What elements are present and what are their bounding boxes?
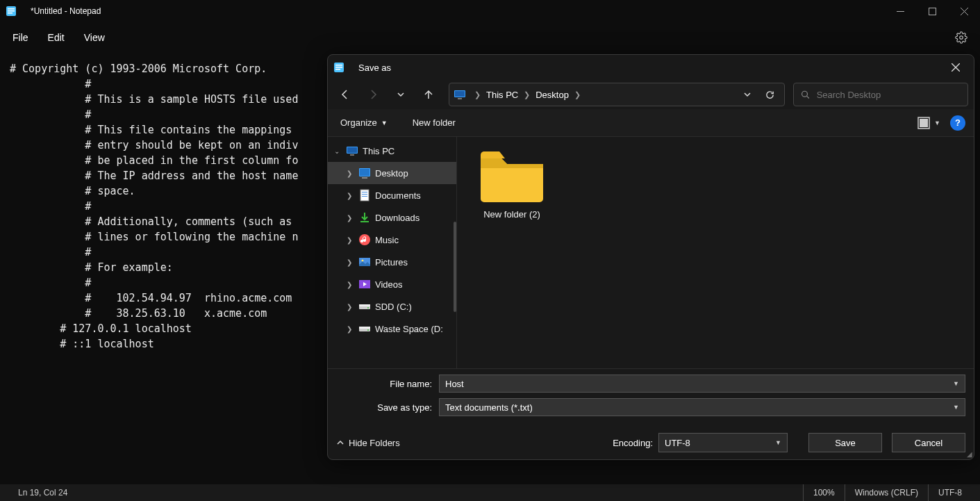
- minimize-button[interactable]: [884, 0, 916, 22]
- filename-input[interactable]: [445, 379, 953, 389]
- expand-icon[interactable]: ❯: [344, 192, 354, 199]
- titlebar: *Untitled - Notepad: [0, 0, 980, 22]
- chevron-down-icon[interactable]: ▼: [775, 439, 781, 446]
- breadcrumb-root[interactable]: This PC: [483, 90, 521, 100]
- help-button[interactable]: ?: [950, 115, 965, 131]
- resize-grip[interactable]: ◢: [967, 450, 972, 458]
- download-icon: [358, 211, 371, 224]
- tree-item-downloads[interactable]: ❯Downloads: [328, 206, 456, 229]
- maximize-button[interactable]: [916, 0, 948, 22]
- organize-menu[interactable]: Organize▼: [336, 113, 392, 132]
- doc-icon: [358, 189, 371, 202]
- status-position: Ln 19, Col 24: [8, 488, 77, 498]
- tree-item-music[interactable]: ❯Music: [328, 229, 456, 251]
- tree-item-desktop[interactable]: ❯Desktop: [328, 162, 456, 184]
- close-button[interactable]: [948, 0, 980, 22]
- svg-rect-32: [360, 221, 369, 222]
- save-as-dialog: Save as ❯ This PC ❯ Desktop ❯ Organize▼: [327, 54, 974, 460]
- chevron-down-icon[interactable]: ▼: [953, 404, 959, 411]
- chevron-right-icon[interactable]: ❯: [521, 90, 533, 99]
- expand-icon[interactable]: ❯: [344, 214, 354, 222]
- tree-scrollbar[interactable]: [454, 222, 456, 312]
- status-zoom[interactable]: 100%: [803, 484, 845, 501]
- expand-icon[interactable]: ❯: [344, 170, 354, 177]
- svg-rect-28: [360, 190, 369, 201]
- svg-point-39: [367, 307, 369, 309]
- chevron-down-icon[interactable]: ▼: [953, 380, 959, 387]
- encoding-label: Encoding:: [613, 438, 653, 448]
- desktop-icon: [358, 167, 371, 179]
- search-box[interactable]: [793, 83, 968, 106]
- address-bar[interactable]: ❯ This PC ❯ Desktop ❯: [449, 83, 785, 106]
- notepad-icon: [6, 6, 17, 17]
- dialog-title: Save as: [358, 63, 391, 73]
- breadcrumb-current[interactable]: Desktop: [533, 90, 572, 100]
- svg-rect-29: [362, 192, 367, 192]
- tree-item-pictures[interactable]: ❯Pictures: [328, 251, 456, 273]
- tree-item-sdd-c-[interactable]: ❯SDD (C:): [328, 295, 456, 318]
- svg-line-19: [807, 96, 809, 98]
- expand-icon[interactable]: ⌄: [332, 147, 342, 155]
- filetype-select[interactable]: Text documents (*.txt) ▼: [439, 398, 965, 416]
- drive-icon: [358, 322, 371, 335]
- svg-rect-30: [362, 194, 367, 195]
- svg-rect-41: [359, 327, 370, 329]
- tree-item-waste-space-d-[interactable]: ❯Waste Space (D:: [328, 318, 456, 340]
- tree-item-label: SDD (C:): [375, 302, 412, 312]
- expand-icon[interactable]: ❯: [344, 258, 354, 266]
- expand-icon[interactable]: ❯: [344, 303, 354, 311]
- menu-file[interactable]: File: [3, 28, 38, 47]
- menu-view[interactable]: View: [74, 28, 115, 47]
- svg-rect-5: [929, 8, 936, 15]
- save-button[interactable]: Save: [808, 433, 882, 452]
- filetype-label: Save as type:: [336, 402, 439, 413]
- window-title: *Untitled - Notepad: [31, 6, 884, 16]
- dialog-footer: Hide Folders Encoding: UTF-8 ▼ Save Canc…: [328, 425, 974, 459]
- videos-icon: [358, 278, 371, 290]
- tree-item-label: Videos: [375, 279, 403, 290]
- status-eol: Windows (CRLF): [845, 484, 928, 501]
- settings-button[interactable]: [955, 31, 967, 44]
- cancel-button[interactable]: Cancel: [892, 433, 965, 452]
- new-folder-button[interactable]: New folder: [408, 113, 460, 132]
- folder-item[interactable]: New folder (2): [474, 148, 550, 220]
- svg-point-18: [802, 91, 808, 97]
- tree-item-this-pc[interactable]: ⌄This PC: [328, 140, 456, 162]
- svg-rect-3: [8, 13, 13, 14]
- pc-icon: [346, 145, 358, 157]
- filename-label: File name:: [336, 379, 439, 389]
- menu-edit[interactable]: Edit: [38, 28, 74, 47]
- dialog-titlebar: Save as: [328, 55, 974, 80]
- refresh-button[interactable]: [759, 84, 780, 105]
- expand-icon[interactable]: ❯: [344, 281, 354, 288]
- search-input[interactable]: [817, 90, 961, 100]
- view-options-button[interactable]: ▼: [917, 117, 940, 129]
- forward-button[interactable]: [361, 83, 385, 106]
- svg-rect-21: [920, 119, 928, 127]
- hide-folders-button[interactable]: Hide Folders: [336, 438, 400, 448]
- chevron-right-icon[interactable]: ❯: [572, 90, 583, 99]
- tree-item-videos[interactable]: ❯Videos: [328, 273, 456, 295]
- menubar: File Edit View: [0, 22, 980, 53]
- pc-icon: [454, 88, 466, 101]
- tree-item-label: Pictures: [375, 257, 408, 268]
- svg-point-8: [960, 36, 963, 40]
- encoding-select[interactable]: UTF-8 ▼: [658, 433, 788, 452]
- chevron-up-icon: [336, 438, 344, 447]
- tree-item-label: Downloads: [375, 213, 420, 223]
- tree-item-label: Documents: [375, 190, 421, 201]
- up-button[interactable]: [417, 83, 440, 106]
- dialog-toolbar: Organize▼ New folder ▼ ?: [328, 109, 974, 137]
- file-list[interactable]: New folder (2): [457, 137, 974, 368]
- expand-icon[interactable]: ❯: [344, 236, 354, 244]
- back-button[interactable]: [333, 83, 357, 106]
- previous-locations-button[interactable]: [737, 84, 758, 105]
- tree-item-label: Waste Space (D:: [375, 324, 443, 334]
- dialog-close-button[interactable]: [943, 55, 968, 80]
- expand-icon[interactable]: ❯: [344, 325, 354, 333]
- tree-item-documents[interactable]: ❯Documents: [328, 184, 456, 206]
- chevron-right-icon[interactable]: ❯: [472, 90, 483, 99]
- filename-field[interactable]: ▼: [439, 375, 965, 393]
- music-icon: [358, 233, 371, 246]
- recent-locations-button[interactable]: [389, 83, 413, 106]
